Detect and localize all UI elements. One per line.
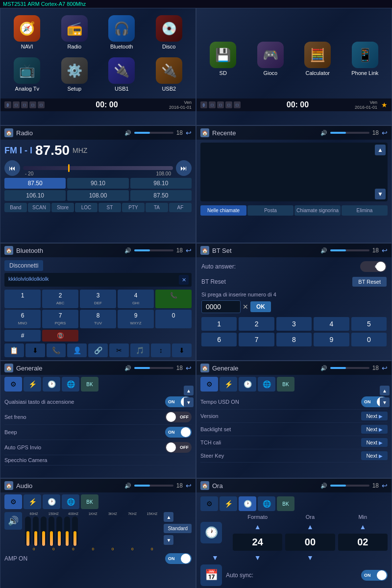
numpad-9[interactable]: 9WXYZ [118,310,154,328]
gen-tab-clock[interactable]: 🕐 [43,377,60,392]
ora-tab-eq[interactable]: ⚡ [220,496,237,511]
btset-num-6[interactable]: 6 [201,333,237,346]
btset-num-5[interactable]: 5 [351,317,387,331]
btset-num-3[interactable]: 3 [276,317,312,331]
btset-back[interactable]: ↩ [382,246,388,254]
gen-r-tab-globe[interactable]: 🌐 [258,377,275,392]
freq-btn-1[interactable]: 90.10 [67,178,128,189]
app-setup[interactable]: ⚙️ Setup [52,54,98,95]
gen-r-next-2[interactable]: Next ▶ [361,425,388,434]
ora-down[interactable]: ▼ [233,554,282,562]
ora-tab-gear[interactable]: ⚙ [200,496,218,511]
gen-r-tab-eq[interactable]: ⚡ [220,377,237,392]
eq-slider-1[interactable] [33,516,39,546]
home-icon-audio[interactable]: 🏠 [4,481,13,490]
bt-icon-8[interactable]: ↕ [151,343,171,357]
audio-back[interactable]: ↩ [186,482,192,490]
gen-left-scroll-up[interactable]: ▲ [184,386,194,395]
gen-r-next-4[interactable]: Next ▶ [361,451,388,460]
numpad-0[interactable]: 0 [155,310,192,328]
btset-num-8[interactable]: 8 [276,333,312,346]
bt-icon-4[interactable]: 👤 [67,343,87,357]
app-gioco[interactable]: 🎮 Gioco [248,23,294,95]
numpad-1[interactable]: 1 [4,290,41,308]
gen-right-back[interactable]: ↩ [382,364,388,372]
app-analog-tv[interactable]: 📺 Analog Tv [4,54,50,95]
gen-left-back[interactable]: ↩ [186,364,192,372]
numpad-6[interactable]: 6MNO [4,310,41,328]
numpad-3[interactable]: 3DEF [80,290,116,308]
tab-elimina[interactable]: Elimina [342,205,388,216]
gen-toggle-3[interactable]: OFF [165,442,192,453]
audio-tab-clock[interactable]: 🕐 [43,494,60,509]
bt-reset-btn[interactable]: BT Reset [352,277,387,287]
bt-icon-9[interactable]: ⬇ [172,343,192,357]
btset-num-0[interactable]: 0 [351,333,387,346]
gen-r-tab-clock[interactable]: 🕐 [239,377,256,392]
radio-prev-btn[interactable]: ⏮ [4,160,20,176]
numpad-hash[interactable]: # [4,330,41,342]
numpad-2[interactable]: 2ABC [42,290,78,308]
store-btn[interactable]: Store [51,203,74,212]
gen-toggle-2[interactable]: ON [165,427,192,438]
gen-right-scroll-up[interactable]: ▲ [380,386,390,395]
numpad-8[interactable]: 8TUV [80,310,116,328]
min-down[interactable]: ▼ [285,554,335,562]
home-icon-ora[interactable]: 🏠 [200,481,209,490]
formato-down[interactable]: ▼ [200,554,230,562]
numpad-call[interactable]: 📞 [155,290,192,308]
eq-slider-3[interactable] [49,516,54,546]
home-icon-recente[interactable]: 🏠 [200,128,209,137]
bt-disconnect-btn[interactable]: Disconnetti [4,260,43,271]
amp-toggle[interactable]: ON [165,553,192,564]
gen-tab-globe[interactable]: 🌐 [62,377,79,392]
gen-right-scroll-down[interactable]: ▼ [380,397,390,407]
radio-next-btn[interactable]: ⏭ [176,160,192,176]
app-phone-link[interactable]: 📱 Phone Link [343,23,388,95]
tab-chiamate-signorina[interactable]: Chiamate signorina [294,205,341,216]
eq-down-btn[interactable]: ▼ [164,535,173,545]
eq-preset-btn[interactable]: Standard [164,524,192,533]
tab-nelle-chiamate[interactable]: Nelle chiamate [200,205,246,216]
btset-pin-input[interactable] [201,300,241,313]
app-usb2[interactable]: 🔌 USB2 [147,54,192,95]
bt-icon-5[interactable]: 🔗 [88,343,108,357]
audio-tab-eq[interactable]: ⚡ [24,494,41,509]
app-usb1[interactable]: 🔌 USB1 [99,54,145,95]
btset-num-4[interactable]: 4 [314,317,349,331]
bt-clear-btn[interactable]: ✕ [179,275,189,285]
bt-icon-3[interactable]: 📞 [47,343,66,357]
app-disco[interactable]: 💿 Disco [147,12,192,52]
eq-slider-5[interactable] [64,516,70,546]
audio-tab-bk[interactable]: BK [81,494,98,509]
app-navi[interactable]: 🧭 NAVI [4,12,50,52]
btset-num-7[interactable]: 7 [239,333,274,346]
freq-btn-0[interactable]: 87.50 [4,178,66,189]
home-icon-gen-r[interactable]: 🏠 [200,364,209,372]
freq-btn-2[interactable]: 98.10 [130,178,192,189]
btset-num-1[interactable]: 1 [201,317,237,331]
gen-left-scroll-down[interactable]: ▼ [184,397,194,407]
pty-btn[interactable]: PTY [122,203,145,212]
numpad-7[interactable]: 7PQRS [42,310,78,328]
eq-speaker-icon[interactable]: 🔊 [4,512,22,530]
formato-up[interactable]: ▲ [233,523,282,531]
gen-r-next-1[interactable]: Next ▶ [361,412,388,420]
autosync-toggle[interactable]: ON [361,570,388,581]
numpad-4[interactable]: 4GHI [118,290,154,308]
gen-tab-bk[interactable]: BK [81,377,98,392]
freq-btn-5[interactable]: 87.50 [130,190,192,201]
ora-clock-icon[interactable]: 🕐 [200,522,222,543]
bt-back[interactable]: ↩ [186,246,192,254]
gen-r-next-3[interactable]: Next ▶ [361,438,388,447]
st-btn[interactable]: ST [98,203,121,212]
af-btn[interactable]: AF [169,203,192,212]
tab-posta[interactable]: Posta [247,205,294,216]
eq-up-btn[interactable]: ▲ [164,512,173,522]
home-icon-radio[interactable]: 🏠 [4,128,13,137]
btset-num-9[interactable]: 9 [314,333,349,346]
recente-back[interactable]: ↩ [382,129,388,137]
home-icon-btset[interactable]: 🏠 [200,246,209,255]
scan-btn[interactable]: SCAN [28,203,50,212]
scroll-up-btn[interactable]: ▲ [375,145,386,155]
